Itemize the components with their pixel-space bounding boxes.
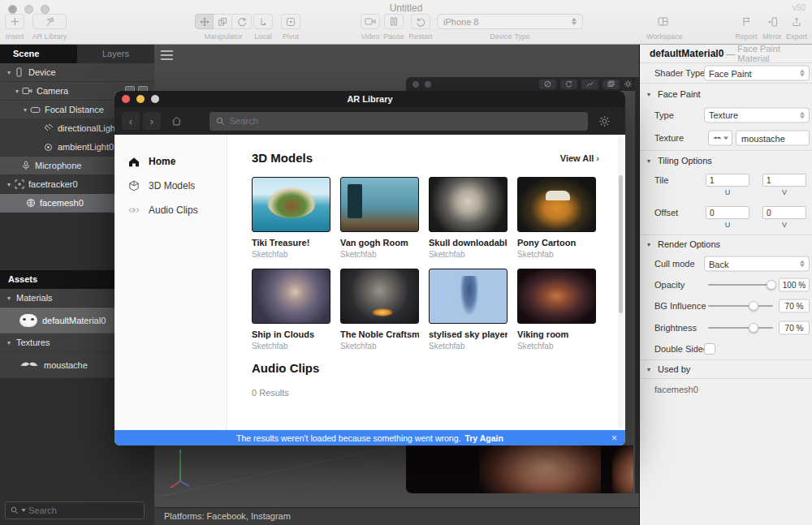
library-search-input[interactable] [230, 116, 473, 126]
disclosure-triangle[interactable]: ▾ [5, 295, 13, 302]
disclosure-triangle: ▾ [647, 366, 650, 373]
bg-influence-row: BG Influence 70 % [640, 295, 812, 316]
render-options-section-header[interactable]: ▾ Render Options [640, 235, 812, 253]
pause-button[interactable]: Pause [382, 14, 405, 41]
tab-scene[interactable]: Scene [0, 45, 77, 63]
cull-mode-select[interactable]: Back [704, 256, 810, 272]
simulator-duplicate-icon[interactable] [603, 80, 620, 89]
pause-icon [384, 14, 404, 29]
slider-knob[interactable] [749, 323, 758, 333]
close-window-icon[interactable] [122, 95, 130, 103]
zoom-window-icon[interactable] [151, 95, 159, 103]
model-thumbnail [517, 177, 596, 232]
export-button[interactable]: Export [784, 14, 809, 41]
ar-library-button[interactable]: AR Library [29, 14, 70, 41]
disclosure-triangle[interactable]: ▾ [5, 339, 13, 346]
home-icon [171, 116, 182, 126]
scene-search-input[interactable] [28, 506, 110, 515]
model-card[interactable]: Tiki Treasure! Sketchfab [252, 177, 330, 259]
simulator-window-dot[interactable] [412, 81, 419, 88]
disclosure-triangle[interactable]: ▾ [5, 69, 13, 76]
simulator-rotate-icon[interactable] [560, 80, 577, 89]
inspector-panel: defaultMaterial0 — Face Paint Material S… [639, 45, 812, 525]
model-card[interactable]: Viking room Sketchfab [517, 269, 596, 351]
texture-name-input[interactable] [736, 131, 810, 146]
type-select[interactable]: Texture [704, 107, 810, 123]
disclosure-triangle[interactable]: ▾ [5, 181, 13, 188]
model-card[interactable]: The Noble Craftsman Sketchfab [340, 269, 419, 351]
search-scope-chevron-icon[interactable] [21, 509, 26, 512]
simulator-preview[interactable] [406, 445, 633, 493]
restart-button[interactable]: Restart [408, 14, 434, 41]
simulator-touch-toggle-icon[interactable] [539, 80, 556, 89]
move-tool-button[interactable] [195, 14, 214, 29]
rotate-tool-button[interactable] [233, 14, 252, 29]
mirror-button[interactable]: Mirror [760, 14, 784, 41]
sidebar-item-3d-models[interactable]: 3D Models [114, 177, 227, 195]
report-button[interactable]: Report [734, 14, 758, 41]
try-again-link[interactable]: Try Again [464, 433, 503, 443]
plus-icon [5, 14, 24, 29]
model-card[interactable]: stylised sky player... Sketchfab [429, 269, 508, 351]
settings-gear-icon[interactable] [598, 115, 611, 127]
offset-u-input[interactable] [706, 206, 749, 219]
tile-u-input[interactable] [706, 174, 749, 187]
simulator-window-dot[interactable] [425, 81, 431, 88]
model-card[interactable]: Ship in Clouds Sketchfab [252, 269, 330, 351]
opacity-value[interactable]: 100 % [779, 278, 810, 292]
insert-button[interactable]: Insert [4, 14, 25, 41]
texture-row: Texture [640, 126, 812, 151]
tab-layers[interactable]: Layers [77, 45, 154, 63]
slider-knob[interactable] [767, 280, 776, 290]
tree-item-device[interactable]: ▾ Device [0, 63, 154, 82]
model-card[interactable]: Van gogh Room Sketchfab [340, 177, 419, 259]
texture-picker[interactable] [708, 131, 732, 146]
panel-menu-icon[interactable] [161, 50, 173, 62]
disclosure-triangle[interactable]: ▾ [13, 88, 21, 95]
minimize-window-icon[interactable] [136, 95, 145, 103]
model-card[interactable]: Pony Cartoon Sketchfab [517, 177, 596, 259]
ar-library-titlebar[interactable]: AR Library [114, 91, 625, 107]
library-scrollbar[interactable] [618, 136, 624, 428]
scrollbar-thumb[interactable] [619, 175, 623, 313]
forward-button[interactable]: › [143, 112, 161, 130]
double-sided-checkbox[interactable] [704, 343, 715, 355]
brightness-value[interactable]: 70 % [779, 321, 810, 334]
used-by-item[interactable]: facemesh0 [654, 385, 698, 394]
platforms-statusbar: Platforms: Facebook, Instagram [154, 507, 639, 525]
simulator-titlebar[interactable] [406, 77, 639, 91]
offset-v-input[interactable] [762, 206, 806, 219]
simulator-gear-icon[interactable] [624, 80, 633, 88]
view-all-link[interactable]: View All› [560, 153, 599, 163]
slider-knob[interactable] [749, 301, 758, 311]
bg-influence-slider[interactable] [708, 305, 773, 307]
face-paint-section-header[interactable]: ▾ Face Paint [640, 84, 812, 104]
back-button[interactable]: ‹ [122, 112, 140, 130]
pivot-button[interactable]: Pivot [280, 14, 301, 41]
shader-type-select[interactable]: Face Paint [704, 66, 810, 81]
tiling-options-section-header[interactable]: ▾ Tiling Options [640, 151, 812, 170]
material-type-subtitle: Face Paint Material [737, 44, 812, 63]
local-button[interactable]: Local [253, 14, 274, 41]
tile-v-input[interactable] [762, 174, 806, 187]
simulator-performance-icon[interactable] [581, 80, 598, 89]
bg-influence-value[interactable]: 70 % [779, 299, 810, 313]
scale-tool-button[interactable] [214, 14, 232, 29]
sidebar-item-home[interactable]: Home [114, 153, 227, 170]
model-card[interactable]: Skull downloadable Sketchfab [429, 177, 508, 259]
chevron-right-icon: › [596, 153, 599, 163]
scene-search-box[interactable] [5, 501, 145, 519]
device-type-select[interactable]: iPhone 8 Device Type [437, 14, 583, 41]
workspace-button[interactable]: Workspace [646, 14, 679, 41]
ar-library-window: AR Library ‹ › Home 3D Models [114, 91, 625, 445]
brightness-slider[interactable] [708, 327, 773, 329]
close-banner-icon[interactable]: × [611, 432, 617, 444]
sidebar-item-audio-clips[interactable]: Audio Clips [114, 201, 227, 219]
video-button[interactable]: Video [359, 14, 382, 41]
home-button[interactable] [167, 112, 185, 130]
opacity-slider[interactable] [708, 284, 773, 286]
device-icon [13, 67, 25, 77]
library-search-box[interactable] [209, 112, 588, 131]
used-by-section-header[interactable]: ▾ Used by [640, 360, 812, 379]
disclosure-triangle[interactable]: ▾ [21, 106, 29, 114]
